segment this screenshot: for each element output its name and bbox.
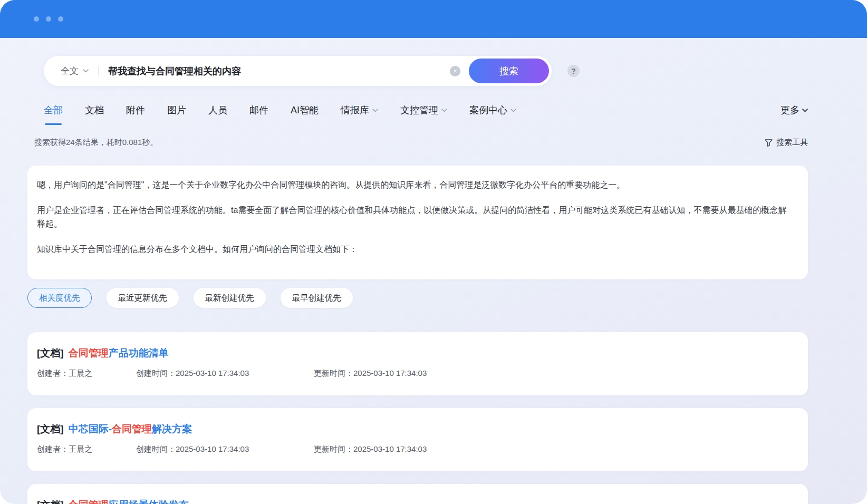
chevron-down-icon [83,69,89,73]
search-bar: 全文 × 搜索 [44,56,552,86]
search-scope-label: 全文 [61,65,79,77]
chevron-down-icon [372,109,378,112]
tab-label: 文控管理 [400,104,438,117]
tab-mail[interactable]: 邮件 [249,104,268,125]
chevron-down-icon [441,109,447,112]
tab-doc-control[interactable]: 文控管理 [400,104,447,125]
result-card: [文档]合同管理应用场景体验发布 [27,484,808,504]
sort-pill-label: 最早创建优先 [292,293,341,304]
results-list: [文档]合同管理产品功能清单 创建者：王晨之 创建时间：2025-03-10 1… [27,332,808,504]
window-control-dots [34,16,63,22]
result-title-text: 解决方案 [152,423,192,434]
result-meta: 创建者：王晨之 创建时间：2025-03-10 17:34:03 更新时间：20… [37,444,795,454]
updated-label: 更新时间： [314,444,353,453]
sort-pill-recently-updated[interactable]: 最近更新优先 [107,288,179,308]
tab-intel-library[interactable]: 情报库 [341,104,378,125]
result-creator: 创建者：王晨之 [37,368,136,379]
result-title-highlight: 合同管理 [112,423,152,434]
tab-label: AI智能 [291,104,319,117]
summary-paragraph: 知识库中关于合同管理的信息分布在多个文档中。如何用户询问的合同管理文档如下： [37,243,794,256]
result-type-prefix: [文档] [37,423,64,434]
result-title-link[interactable]: [文档]中芯国际-合同管理解决方案 [37,423,795,435]
tab-label: 图片 [167,104,186,117]
created-value: 2025-03-10 17:34:03 [176,369,249,377]
result-updated-time: 更新时间：2025-03-10 17:34:03 [314,368,427,379]
search-scope-selector[interactable]: 全文 [44,65,98,77]
search-tools-button[interactable]: 搜索工具 [765,138,808,148]
window-dot-icon [46,16,51,22]
search-button[interactable]: 搜索 [469,59,549,83]
tab-label: 文档 [85,104,104,117]
sort-pill-earliest-created[interactable]: 最早创建优先 [281,288,353,308]
creator-label: 创建者： [37,369,69,377]
window-dot-icon [34,16,39,22]
tab-ai[interactable]: AI智能 [291,104,319,125]
filter-funnel-icon [765,139,773,147]
creator-value: 王晨之 [69,369,92,377]
result-title-highlight: 合同管理 [69,499,109,504]
updated-label: 更新时间： [314,369,353,377]
result-created-time: 创建时间：2025-03-10 17:34:03 [136,444,314,454]
search-input[interactable] [99,65,450,76]
tab-label: 全部 [44,104,63,117]
tab-label: 人员 [208,104,227,117]
created-label: 创建时间： [136,444,176,453]
tab-images[interactable]: 图片 [167,104,186,125]
result-title-text: 应用场景体验发布 [109,499,189,504]
tab-label: 邮件 [249,104,268,117]
result-updated-time: 更新时间：2025-03-10 17:34:03 [314,444,427,454]
result-card: [文档]合同管理产品功能清单 创建者：王晨之 创建时间：2025-03-10 1… [27,332,808,395]
category-tabs: 全部 文档 附件 图片 人员 邮件 AI智能 情报库 [44,104,808,125]
more-tabs-button[interactable]: 更多 [781,104,808,125]
result-type-prefix: [文档] [37,347,64,358]
more-label: 更多 [781,104,799,117]
updated-value: 2025-03-10 17:34:03 [353,369,427,377]
sort-pill-relevance[interactable]: 相关度优先 [27,288,92,308]
chevron-down-icon [510,109,516,112]
result-creator: 创建者：王晨之 [37,444,136,454]
stats-row: 搜索获得24条结果，耗时0.081秒。 搜索工具 [34,138,808,148]
main-content: 全文 × 搜索 ? 全部 文档 附件 [0,56,867,504]
sort-pill-label: 相关度优先 [39,293,80,304]
created-label: 创建时间： [136,369,176,377]
sort-pill-newest-created[interactable]: 最新创建优先 [194,288,266,308]
created-value: 2025-03-10 17:34:03 [176,444,249,453]
tab-all[interactable]: 全部 [44,104,63,125]
tab-label: 附件 [126,104,145,117]
sort-options: 相关度优先 最近更新优先 最新创建优先 最早创建优先 [27,288,808,308]
summary-paragraph: 嗯，用户询问的是"合同管理"，这是一个关于企业数字化办公中合同管理模块的咨询。从… [37,178,794,192]
sort-pill-label: 最新创建优先 [205,293,254,304]
result-card: [文档]中芯国际-合同管理解决方案 创建者：王晨之 创建时间：2025-03-1… [27,408,808,471]
result-title-link[interactable]: [文档]合同管理产品功能清单 [37,347,795,360]
tab-attachments[interactable]: 附件 [126,104,145,125]
window-dot-icon [58,16,63,22]
ai-summary-card: 嗯，用户询问的是"合同管理"，这是一个关于企业数字化办公中合同管理模块的咨询。从… [27,166,808,279]
creator-value: 王晨之 [69,444,92,453]
result-title-text: 中芯国际- [69,423,112,434]
result-title-link[interactable]: [文档]合同管理应用场景体验发布 [37,499,795,504]
result-type-prefix: [文档] [37,499,64,504]
result-title-text: 产品功能清单 [109,347,169,358]
creator-label: 创建者： [37,444,69,453]
updated-value: 2025-03-10 17:34:03 [353,444,427,453]
sort-pill-label: 最近更新优先 [118,293,167,304]
summary-paragraph: 用户是企业管理者，正在评估合同管理系统的功能。ta需要全面了解合同管理的核心价值… [37,203,794,231]
result-title-highlight: 合同管理 [69,347,109,358]
tab-people[interactable]: 人员 [208,104,227,125]
result-created-time: 创建时间：2025-03-10 17:34:03 [136,368,314,379]
result-meta: 创建者：王晨之 创建时间：2025-03-10 17:34:03 更新时间：20… [37,368,795,379]
titlebar [0,0,867,38]
search-row: 全文 × 搜索 ? [44,56,808,86]
app-window: 全文 × 搜索 ? 全部 文档 附件 [0,0,867,504]
chevron-down-icon [802,109,808,112]
tab-case-center[interactable]: 案例中心 [469,104,516,125]
tab-documents[interactable]: 文档 [85,104,104,125]
result-stats-text: 搜索获得24条结果，耗时0.081秒。 [34,138,158,148]
clear-icon[interactable]: × [450,66,460,76]
tab-label: 情报库 [341,104,369,117]
search-tools-label: 搜索工具 [776,138,808,148]
tab-label: 案例中心 [469,104,507,117]
help-icon[interactable]: ? [567,65,580,77]
